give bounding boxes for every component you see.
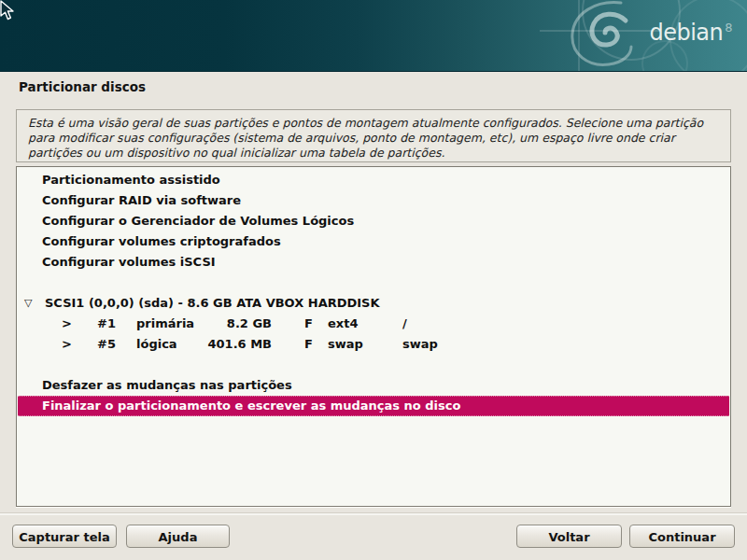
partition-filesystem: ext4 [328, 314, 358, 334]
list-item-encrypted-volumes[interactable]: Configurar volumes criptografados [17, 231, 730, 252]
partition-row[interactable]: > #1 primária 8.2 GB F ext4 / [17, 314, 730, 334]
page-title: Particionar discos [19, 79, 146, 94]
footer-divider-highlight [0, 513, 747, 515]
disk-header-row[interactable]: ▽ SCSI1 (0,0,0) (sda) - 8.6 GB ATA VBOX … [17, 293, 730, 314]
partition-marker: > [62, 314, 72, 334]
debian-version-superscript: 8 [725, 21, 732, 35]
screenshot-button[interactable]: Capturar tela [12, 525, 117, 548]
list-item-guided-partitioning[interactable]: Particionamento assistido [17, 170, 730, 190]
partition-size: 8.2 GB [174, 314, 272, 334]
description-line: para modificar suas configurações (siste… [28, 131, 719, 146]
partition-size: 401.6 MB [174, 334, 272, 355]
partition-type: lógica [136, 334, 177, 355]
partition-format-flag: F [304, 314, 313, 334]
list-spacer [17, 355, 730, 375]
partition-format-flag: F [304, 334, 313, 355]
list-item-finish-partitioning-selected[interactable]: Finalizar o particionamento e escrever a… [18, 396, 729, 416]
list-item-lvm[interactable]: Configurar o Gerenciador de Volumes Lógi… [17, 211, 730, 231]
list-item-iscsi-volumes[interactable]: Configurar volumes iSCSI [17, 252, 730, 273]
description-box: Esta é uma visão geral de suas partições… [16, 109, 731, 162]
continue-button[interactable]: Continuar [629, 525, 735, 548]
installer-banner: debian8 [0, 0, 747, 72]
description-line: partições ou um dispositivo no qual inic… [28, 146, 719, 161]
debian-logo-text: debian8 [649, 20, 732, 46]
partition-list: Particionamento assistido Configurar RAI… [16, 166, 731, 507]
expander-triangle-icon[interactable]: ▽ [24, 293, 32, 314]
description-line: Esta é uma visão geral de suas partições… [28, 116, 719, 131]
partition-number: #1 [97, 314, 116, 334]
list-item-undo-changes[interactable]: Desfazer as mudanças nas partições [17, 375, 730, 396]
partition-mountpoint: swap [402, 334, 438, 355]
help-button[interactable]: Ajuda [126, 525, 230, 548]
disk-label: SCSI1 (0,0,0) (sda) - 8.6 GB ATA VBOX HA… [45, 293, 380, 314]
partition-number: #5 [97, 334, 116, 355]
list-item-software-raid[interactable]: Configurar RAID via software [17, 190, 730, 211]
partition-marker: > [62, 334, 72, 355]
list-spacer [17, 273, 730, 293]
mouse-cursor-icon [0, 0, 15, 22]
partition-row[interactable]: > #5 lógica 401.6 MB F swap swap [17, 334, 730, 355]
back-button[interactable]: Voltar [516, 525, 622, 548]
partition-filesystem: swap [328, 334, 363, 355]
debian-swirl-logo [0, 0, 747, 71]
partition-mountpoint: / [402, 314, 407, 334]
